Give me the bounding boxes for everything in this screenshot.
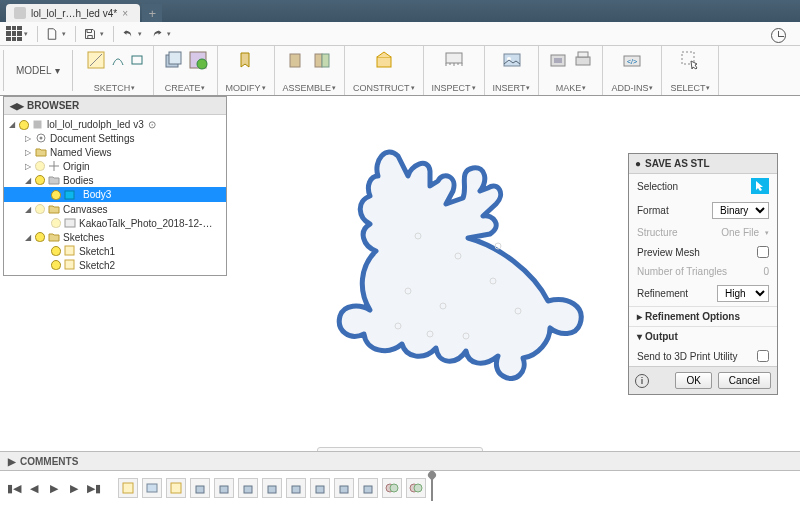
select-icon[interactable]	[679, 49, 701, 71]
tree-sketches[interactable]: ◢Sketches	[4, 230, 226, 244]
dialog-header[interactable]: ● SAVE AS STL	[629, 154, 777, 174]
caret-icon[interactable]: ▾	[24, 30, 28, 38]
make-icon[interactable]	[547, 49, 569, 71]
caret-icon[interactable]: ▾	[138, 30, 142, 38]
activity-icon[interactable]	[771, 28, 786, 43]
selection-picker[interactable]	[751, 178, 769, 194]
undo-icon[interactable]	[120, 26, 136, 42]
timeline-marker[interactable]	[431, 475, 433, 501]
tree-named-views[interactable]: ▷Named Views	[4, 145, 226, 159]
feature-extrude-icon[interactable]	[190, 478, 210, 498]
ribbon-sketch-label[interactable]: SKETCH▾	[94, 83, 136, 93]
workspace-switcher[interactable]: MODEL ▾	[3, 50, 73, 91]
close-icon[interactable]: ×	[122, 8, 132, 18]
redo-icon[interactable]	[149, 26, 165, 42]
ribbon-select-label[interactable]: SELECT▾	[670, 83, 710, 93]
feature-combine-icon[interactable]	[382, 478, 402, 498]
feature-extrude-icon[interactable]	[310, 478, 330, 498]
joint-icon[interactable]	[311, 49, 333, 71]
tree-root[interactable]: ◢ lol_lol_rudolph_led v3 ⊙	[4, 118, 226, 131]
print-icon[interactable]	[572, 49, 594, 71]
sketch-body-outline[interactable]	[318, 126, 618, 406]
ok-button[interactable]: OK	[675, 372, 711, 389]
visibility-icon[interactable]	[19, 120, 29, 130]
expand-icon[interactable]: ▶	[8, 456, 16, 467]
preview-checkbox[interactable]	[757, 246, 769, 258]
timeline-play-icon[interactable]: ▶	[46, 480, 62, 496]
ribbon-construct-label[interactable]: CONSTRUCT▾	[353, 83, 415, 93]
ribbon-create-label[interactable]: CREATE▾	[165, 83, 206, 93]
collapse-icon[interactable]: ◀▶	[10, 101, 24, 111]
comments-bar[interactable]: ▶ COMMENTS	[0, 451, 800, 471]
caret-icon[interactable]: ▾	[62, 30, 66, 38]
rect-icon[interactable]	[129, 52, 145, 68]
visibility-icon[interactable]	[35, 232, 45, 242]
tree-body3[interactable]: Body3	[4, 187, 226, 202]
feature-sketch-icon[interactable]	[118, 478, 138, 498]
expand-icon[interactable]: ◢	[8, 120, 16, 129]
feature-extrude-icon[interactable]	[334, 478, 354, 498]
ribbon-modify-label[interactable]: MODIFY▾	[226, 83, 266, 93]
timeline-start-icon[interactable]: ▮◀	[6, 480, 22, 496]
assemble-icon[interactable]	[286, 49, 308, 71]
visibility-icon[interactable]	[51, 190, 61, 200]
tree-canvas-item[interactable]: KakaoTalk_Photo_2018-12-…	[4, 216, 226, 230]
new-tab-button[interactable]: +	[142, 4, 162, 22]
inspect-icon[interactable]	[443, 49, 465, 71]
data-panel-icon[interactable]	[6, 26, 22, 42]
insert-icon[interactable]	[501, 49, 523, 71]
visibility-icon[interactable]	[51, 260, 61, 270]
caret-icon[interactable]: ▾	[167, 30, 171, 38]
feature-canvas-icon[interactable]	[142, 478, 162, 498]
expand-icon[interactable]: ▷	[24, 134, 32, 143]
expand-icon[interactable]: ◢	[24, 176, 32, 185]
modify-icon[interactable]	[235, 49, 257, 71]
timeline-next-icon[interactable]: ▶	[66, 480, 82, 496]
document-tab[interactable]: lol_lol_r…h_led v4* ×	[6, 4, 140, 22]
feature-extrude-icon[interactable]	[286, 478, 306, 498]
feature-extrude-icon[interactable]	[358, 478, 378, 498]
save-icon[interactable]	[82, 26, 98, 42]
primitive-icon[interactable]	[187, 49, 209, 71]
tree-origin[interactable]: ▷Origin	[4, 159, 226, 173]
visibility-icon[interactable]	[35, 204, 45, 214]
line-icon[interactable]	[110, 52, 126, 68]
expand-icon[interactable]: ▷	[24, 148, 32, 157]
info-icon[interactable]: i	[635, 374, 649, 388]
visibility-icon[interactable]	[35, 161, 45, 171]
feature-sketch-icon[interactable]	[166, 478, 186, 498]
ribbon-assemble-label[interactable]: ASSEMBLE▾	[283, 83, 337, 93]
row-refine-options[interactable]: ▸Refinement Options	[629, 306, 777, 326]
timeline-end-icon[interactable]: ▶▮	[86, 480, 102, 496]
feature-combine-icon[interactable]	[406, 478, 426, 498]
send-checkbox[interactable]	[757, 350, 769, 362]
caret-icon[interactable]: ▾	[100, 30, 104, 38]
tree-canvases[interactable]: ◢Canvases	[4, 202, 226, 216]
timeline-prev-icon[interactable]: ◀	[26, 480, 42, 496]
feature-extrude-icon[interactable]	[238, 478, 258, 498]
expand-icon[interactable]: ◢	[24, 233, 32, 242]
addins-icon[interactable]: </>	[621, 49, 643, 71]
visibility-icon[interactable]	[51, 246, 61, 256]
ribbon-insert-label[interactable]: INSERT▾	[493, 83, 531, 93]
tree-sketch2[interactable]: Sketch2	[4, 258, 226, 272]
construct-icon[interactable]	[373, 49, 395, 71]
extrude-icon[interactable]	[162, 49, 184, 71]
tree-sketch1[interactable]: Sketch1	[4, 244, 226, 258]
format-select[interactable]: Binary	[712, 202, 769, 219]
row-output[interactable]: ▾Output	[629, 326, 777, 346]
visibility-icon[interactable]	[35, 175, 45, 185]
feature-extrude-icon[interactable]	[214, 478, 234, 498]
tree-bodies[interactable]: ◢Bodies	[4, 173, 226, 187]
cancel-button[interactable]: Cancel	[718, 372, 771, 389]
expand-icon[interactable]: ◢	[24, 205, 32, 214]
tree-doc-settings[interactable]: ▷Document Settings	[4, 131, 226, 145]
browser-header[interactable]: ◀▶ BROWSER	[4, 97, 226, 115]
ribbon-inspect-label[interactable]: INSPECT▾	[432, 83, 476, 93]
visibility-icon[interactable]	[51, 218, 61, 228]
feature-extrude-icon[interactable]	[262, 478, 282, 498]
refinement-select[interactable]: High	[717, 285, 769, 302]
ribbon-addins-label[interactable]: ADD-INS▾	[611, 83, 653, 93]
sketch-icon[interactable]	[85, 49, 107, 71]
expand-icon[interactable]: ▷	[24, 162, 32, 171]
